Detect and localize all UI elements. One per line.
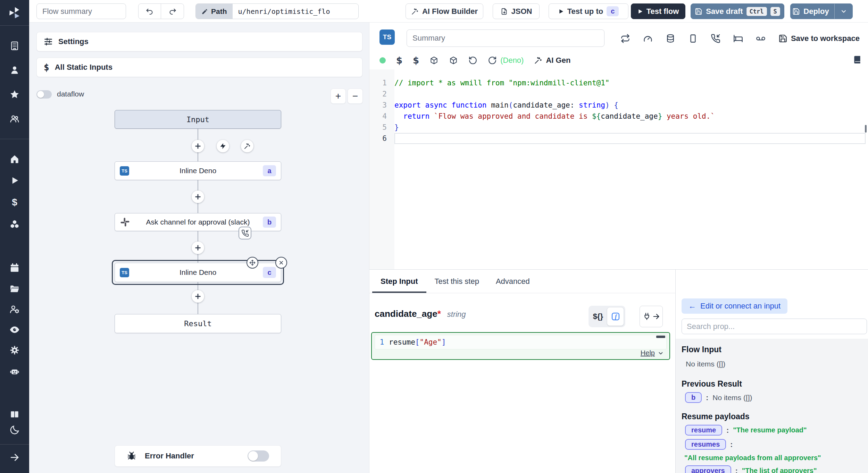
resumes-row: resumes :: [685, 439, 868, 450]
sidebar-item-folders[interactable]: [9, 284, 20, 294]
tab-step-input[interactable]: Step Input: [372, 270, 426, 293]
path-field[interactable]: Path u/henri/optimistic_flo: [195, 3, 359, 19]
mock-button[interactable]: [756, 34, 766, 43]
code-line[interactable]: 3export async function main(candidate_ag…: [369, 100, 868, 111]
kbd-s: S: [770, 7, 780, 16]
sidebar-item-favorites[interactable]: [9, 89, 20, 100]
flow-settings-button[interactable]: Settings: [36, 32, 362, 51]
retries-button[interactable]: [620, 34, 630, 43]
expression-help-button[interactable]: Help: [641, 349, 664, 357]
previous-result-title: Previous Result: [682, 379, 868, 389]
expression-mode-button[interactable]: f: [607, 307, 624, 326]
insert-step-button[interactable]: [192, 140, 204, 152]
redo-button[interactable]: [161, 4, 184, 19]
star-icon: [9, 89, 20, 100]
connect-input-button[interactable]: [640, 306, 663, 327]
insert-step-button[interactable]: [192, 242, 204, 254]
code-line[interactable]: 6: [369, 133, 868, 144]
code-editor[interactable]: 1// import * as wmill from "npm:windmill…: [369, 69, 868, 269]
code-line[interactable]: 1// import * as wmill from "npm:windmill…: [369, 77, 868, 88]
json-button[interactable]: JSON: [493, 3, 540, 19]
early-stop-button[interactable]: [643, 34, 653, 43]
step-node-a[interactable]: TS Inline Deno a: [115, 161, 281, 180]
input-node[interactable]: Input: [115, 110, 281, 129]
sidebar-item-runs[interactable]: [9, 175, 20, 186]
script-library-button[interactable]: [853, 55, 862, 64]
result-node[interactable]: Result: [115, 314, 281, 333]
prop-key-resume[interactable]: resume: [685, 425, 722, 436]
expression-line[interactable]: 1 resume["Age"]: [375, 335, 667, 349]
resume-row: resume : "The resume payload": [685, 425, 868, 436]
insert-step-button[interactable]: [192, 191, 204, 203]
database-icon: [666, 34, 675, 43]
test-flow-button[interactable]: Test flow: [631, 3, 685, 19]
package-button[interactable]: [429, 56, 439, 65]
add-resource-button[interactable]: $: [413, 55, 419, 66]
zoom-out-button[interactable]: −: [348, 88, 363, 104]
sidebar-item-schedules[interactable]: [9, 263, 20, 273]
phone-incoming-icon: [711, 34, 720, 43]
add-variable-button[interactable]: $: [396, 55, 402, 66]
suspend-approval-button[interactable]: [711, 34, 720, 43]
sidebar-item-audit-logs[interactable]: [9, 324, 20, 335]
move-node-button[interactable]: [247, 257, 258, 269]
sidebar-item-user[interactable]: [9, 65, 20, 75]
save-draft-button[interactable]: Save draft Ctrl S: [691, 3, 784, 19]
sidebar-item-variables[interactable]: $: [9, 197, 20, 208]
sidebar-item-home[interactable]: [9, 154, 20, 164]
sidebar-item-dark-mode[interactable]: [9, 425, 20, 435]
code-line[interactable]: 5}: [369, 122, 868, 133]
approval-step-badge[interactable]: [239, 227, 251, 239]
deploy-button[interactable]: Deploy: [791, 4, 831, 19]
expression-editor[interactable]: 1 resume["Age"] Help: [371, 332, 670, 360]
dataflow-toggle[interactable]: [36, 90, 52, 99]
step-node-b[interactable]: Ask channel for approval (slack) b: [115, 213, 281, 231]
code-line[interactable]: 2: [369, 88, 868, 100]
summary-input[interactable]: [407, 29, 604, 47]
sidebar-item-resources[interactable]: [9, 219, 20, 230]
template-mode-button[interactable]: ${}: [590, 312, 606, 321]
error-handler-toggle[interactable]: [248, 450, 269, 462]
concurrency-button[interactable]: [688, 34, 698, 43]
trigger-button[interactable]: [217, 140, 229, 152]
ai-flow-builder-button[interactable]: AI Flow Builder: [406, 3, 483, 19]
edit-or-connect-button[interactable]: ← Edit or connect an input: [682, 298, 787, 314]
prop-key-approvers[interactable]: approvers: [685, 465, 731, 473]
tab-test-this-step[interactable]: Test this step: [426, 270, 487, 293]
deploy-dropdown-button[interactable]: [834, 4, 852, 19]
expression-scrollbar[interactable]: [656, 336, 665, 338]
code-text: }: [394, 122, 866, 133]
flow-summary-input[interactable]: [36, 3, 126, 19]
ai-gen-button[interactable]: AI Gen: [534, 56, 570, 65]
sidebar-item-workers[interactable]: [9, 304, 20, 314]
package-button[interactable]: [449, 56, 458, 65]
save-to-workspace-button[interactable]: Save to workspace: [778, 34, 860, 43]
field-type: string: [447, 310, 466, 319]
sidebar-item-settings[interactable]: [9, 345, 20, 355]
sidebar-item-groups[interactable]: [9, 113, 20, 124]
sidebar-item-docs[interactable]: [9, 409, 20, 420]
sidebar-expand-button[interactable]: [9, 452, 20, 463]
search-prop-input[interactable]: [682, 319, 867, 334]
insert-step-button[interactable]: [192, 290, 204, 303]
windmill-logo[interactable]: [0, 0, 29, 26]
all-static-inputs-button[interactable]: $ All Static Inputs: [36, 58, 362, 77]
repeat-icon: [620, 34, 630, 43]
tab-advanced[interactable]: Advanced: [487, 270, 538, 293]
sleep-button[interactable]: [733, 34, 743, 43]
cache-button[interactable]: [666, 34, 675, 43]
sidebar-item-ai[interactable]: [9, 366, 20, 377]
ai-suggest-button[interactable]: [241, 140, 253, 152]
sidebar-item-workspace[interactable]: [9, 41, 20, 51]
line-number: 3: [369, 100, 394, 111]
error-handler-node[interactable]: Error Handler: [115, 445, 281, 467]
code-line[interactable]: 4 return `Flow was approved and candidat…: [369, 111, 868, 122]
undo-button[interactable]: [139, 4, 161, 19]
prop-key-resumes[interactable]: resumes: [685, 439, 726, 450]
reload-runtime-button[interactable]: (Deno): [488, 56, 524, 65]
delete-node-button[interactable]: [275, 257, 287, 269]
zoom-in-button[interactable]: +: [331, 88, 346, 104]
prop-key-b[interactable]: b: [685, 392, 702, 403]
reset-code-button[interactable]: [468, 56, 477, 65]
test-up-to-button[interactable]: Test up to c: [549, 3, 628, 19]
